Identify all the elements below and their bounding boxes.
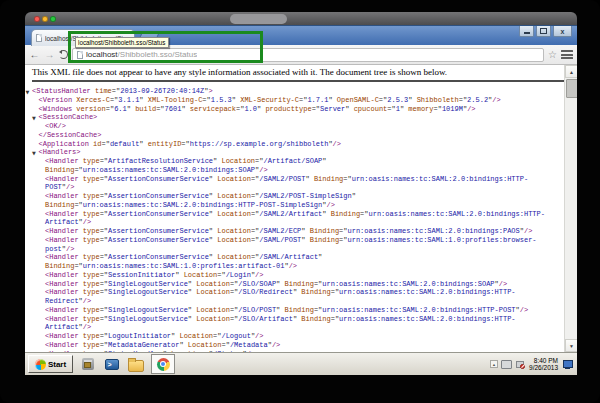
restore-button[interactable]: [536, 26, 551, 37]
system-tray: ▲ 8:40 PM 9/26/2013: [490, 357, 574, 372]
xml-line: <Handler type="ArtifactResolutionService…: [25, 157, 577, 166]
traffic-lights: [34, 16, 56, 22]
xml-line: <Handler type="SessionInitiator" Locatio…: [25, 271, 577, 280]
xml-line: ▼<SessionCache>: [25, 113, 577, 122]
xml-line: Binding="urn:oasis:names:tc:SAML:2.0:bin…: [25, 166, 577, 175]
xml-line: POST"/>: [25, 183, 577, 192]
hidden-icons-button[interactable]: ▲: [490, 360, 498, 368]
windows-logo-icon: [35, 359, 46, 370]
restore-icon: [540, 28, 547, 34]
forward-button[interactable]: →: [44, 50, 55, 60]
windows-taskbar: Start > ▲ 8:40 PM 9/26/2013: [25, 352, 577, 375]
xml-line: <Handler type="LogoutInitiator" Location…: [25, 332, 577, 341]
divider: [32, 80, 572, 82]
clock-time: 8:40 PM: [529, 357, 558, 365]
xml-notice: This XML file does not appear to have an…: [32, 67, 557, 77]
xml-line: <Handler type="AssertionConsumerService"…: [25, 192, 577, 201]
tray-display-icon[interactable]: [501, 360, 512, 369]
xml-line: <Handler type="AssertionConsumerService"…: [25, 236, 577, 245]
powershell-icon: >: [105, 359, 119, 370]
xml-line: <Windows version="6.1" build="7601" serv…: [25, 105, 577, 114]
page-favicon-icon: [36, 34, 42, 42]
xml-tree: ▼<StatusHandler time="2013-09-26T20:40:1…: [25, 87, 577, 352]
xml-line: <Handler type="AssertionConsumerService"…: [25, 227, 577, 236]
xml-line: <Handler type="SingleLogoutService" Loca…: [25, 288, 577, 297]
back-button[interactable]: ←: [29, 50, 40, 60]
xml-line: <Version Xerces-C="3.1.1" XML-Tooling-C=…: [25, 96, 577, 105]
xml-line: </SessionCache>: [25, 131, 577, 140]
close-icon: x: [561, 28, 565, 35]
clock-date: 9/26/2013: [529, 364, 558, 372]
chrome-menu-button[interactable]: [561, 50, 573, 59]
xml-line: <Handler type="AssertionConsumerService"…: [25, 175, 577, 184]
scroll-down-button[interactable]: ▼: [565, 339, 577, 352]
window-controls: x: [519, 26, 572, 37]
titlebar-lozenge: [230, 14, 287, 24]
network-status-icon[interactable]: [563, 360, 573, 369]
explorer-button[interactable]: [127, 356, 144, 373]
chrome-taskbar-button[interactable]: [151, 354, 175, 374]
minimize-button[interactable]: [519, 26, 534, 37]
scroll-up-button[interactable]: ▲: [565, 65, 577, 78]
refresh-button[interactable]: [59, 50, 68, 59]
powershell-button[interactable]: >: [103, 356, 120, 373]
mac-close-button[interactable]: [34, 16, 40, 22]
scrollbar[interactable]: ▲ ▼: [564, 65, 577, 352]
xml-line: Artifact"/>: [25, 218, 577, 227]
xml-line: <Handler type="SingleLogoutService" Loca…: [25, 306, 577, 315]
notification-icon[interactable]: [515, 360, 524, 368]
xml-line: Binding="urn:oasis:names:tc:SAML:2.0:bin…: [25, 201, 577, 210]
scrollbar-thumb[interactable]: [566, 79, 577, 98]
screenshot-root: localhost/Shibboleth.sso/Sta... x ← → lo…: [0, 0, 600, 403]
xml-line: ▼<StatusHandler time="2013-09-26T20:40:1…: [25, 87, 577, 96]
server-manager-button[interactable]: [79, 356, 96, 373]
xml-line: <OK/>: [25, 122, 577, 131]
bookmark-star-icon[interactable]: ☆: [548, 50, 557, 60]
start-button[interactable]: Start: [28, 355, 73, 373]
xml-line: ▼<Handlers>: [25, 148, 577, 157]
chevron-up-icon: ▲: [492, 362, 496, 367]
xml-line: Binding="urn:oasis:names:tc:SAML:1.0:pro…: [25, 262, 577, 271]
xml-line: Redirect"/>: [25, 297, 577, 306]
xml-line: <Handler type="SingleLogoutService" Loca…: [25, 280, 577, 289]
xml-line: <Handler type="MetadataGenerator" Locati…: [25, 341, 577, 350]
xml-line: <Handler type="AssertionConsumerService"…: [25, 210, 577, 219]
close-button[interactable]: x: [553, 26, 572, 37]
mac-minimize-button[interactable]: [42, 16, 48, 22]
xml-line: <Handler type="AssertionConsumerService"…: [25, 253, 577, 262]
mac-titlebar: [25, 12, 577, 25]
mac-zoom-button[interactable]: [50, 16, 56, 22]
alert-badge-icon: [520, 364, 526, 370]
xml-line: <Application id="default" entityID="http…: [25, 140, 577, 149]
quick-launch: >: [79, 354, 175, 374]
folder-icon: [128, 360, 144, 372]
xml-line: post"/>: [25, 245, 577, 254]
tab-tooltip: localhost/Shibboleth.sso/Status: [75, 37, 169, 48]
taskbar-clock[interactable]: 8:40 PM 9/26/2013: [527, 357, 560, 372]
server-manager-icon: [82, 358, 94, 370]
minimize-icon: [524, 32, 530, 34]
page-content: This XML file does not appear to have an…: [25, 65, 577, 352]
xml-line: <Handler type="SingleLogoutService" Loca…: [25, 315, 577, 324]
chrome-icon: [157, 358, 170, 371]
start-label: Start: [48, 360, 66, 369]
vm-window: localhost/Shibboleth.sso/Sta... x ← → lo…: [25, 12, 577, 375]
xml-line: Artifact"/>: [25, 323, 577, 332]
